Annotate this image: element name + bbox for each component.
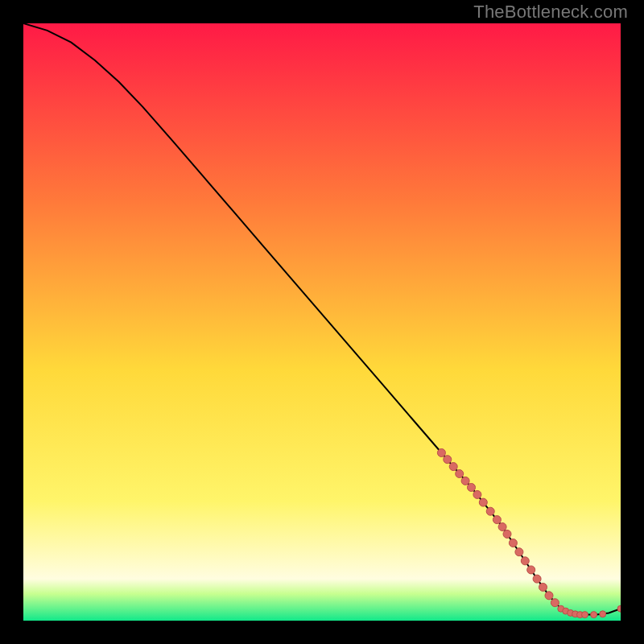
data-marker: [444, 456, 452, 464]
data-marker: [437, 449, 445, 457]
data-marker: [473, 490, 481, 498]
data-marker: [545, 592, 553, 600]
data-marker: [509, 539, 517, 547]
chart-svg: [23, 23, 621, 621]
plot-area: [23, 23, 621, 621]
gradient-background: [23, 23, 621, 621]
data-marker: [468, 484, 476, 492]
data-marker: [493, 516, 501, 524]
data-marker: [486, 507, 494, 515]
data-marker: [591, 612, 597, 618]
data-marker: [461, 477, 469, 485]
data-marker: [582, 612, 588, 618]
data-marker: [617, 605, 621, 612]
data-marker: [479, 498, 487, 506]
data-marker: [551, 599, 559, 607]
data-marker: [503, 530, 511, 538]
data-marker: [456, 470, 464, 478]
data-marker: [527, 566, 535, 574]
data-marker: [533, 575, 541, 583]
data-marker: [521, 557, 529, 565]
attribution-label: TheBottleneck.com: [473, 2, 628, 23]
chart-frame: TheBottleneck.com: [0, 0, 644, 644]
data-marker: [600, 611, 606, 617]
data-marker: [539, 583, 547, 591]
data-marker: [515, 548, 523, 556]
data-marker: [449, 463, 457, 471]
data-marker: [498, 523, 506, 531]
